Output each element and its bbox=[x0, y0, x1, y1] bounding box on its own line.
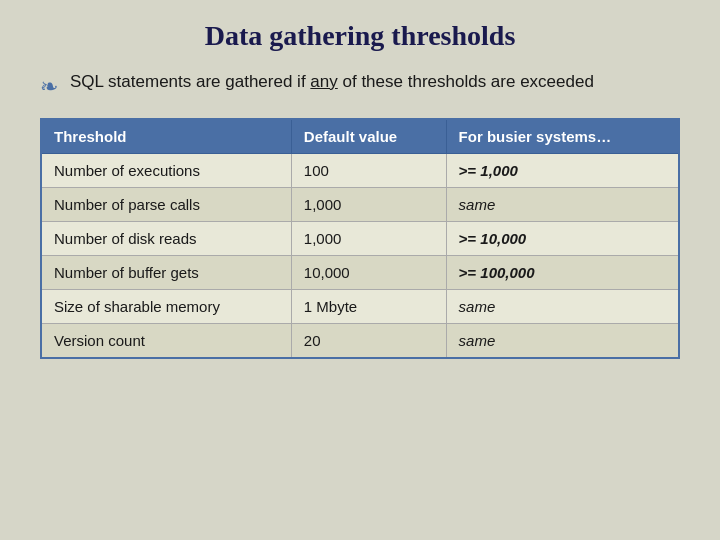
cell-threshold: Number of disk reads bbox=[41, 222, 291, 256]
page-container: Data gathering thresholds ❧ SQL statemen… bbox=[0, 0, 720, 540]
table-header: Threshold Default value For busier syste… bbox=[41, 119, 679, 154]
cell-default: 1,000 bbox=[291, 188, 446, 222]
cell-threshold: Number of executions bbox=[41, 154, 291, 188]
table-row: Number of parse calls1,000same bbox=[41, 188, 679, 222]
cell-default: 1,000 bbox=[291, 222, 446, 256]
table-row: Size of sharable memory1 Mbytesame bbox=[41, 290, 679, 324]
cell-threshold: Size of sharable memory bbox=[41, 290, 291, 324]
col-header-default: Default value bbox=[291, 119, 446, 154]
cell-default: 10,000 bbox=[291, 256, 446, 290]
bullet-icon: ❧ bbox=[40, 74, 58, 100]
page-title: Data gathering thresholds bbox=[40, 20, 680, 52]
table-row: Number of disk reads1,000>= 10,000 bbox=[41, 222, 679, 256]
table-row: Version count20same bbox=[41, 324, 679, 359]
cell-threshold: Number of buffer gets bbox=[41, 256, 291, 290]
cell-busier: >= 1,000 bbox=[446, 154, 679, 188]
intro-row: ❧ SQL statements are gathered if any of … bbox=[40, 70, 680, 100]
cell-default: 100 bbox=[291, 154, 446, 188]
cell-busier: same bbox=[446, 188, 679, 222]
intro-text: SQL statements are gathered if any of th… bbox=[70, 70, 594, 94]
cell-threshold: Number of parse calls bbox=[41, 188, 291, 222]
col-header-busier: For busier systems… bbox=[446, 119, 679, 154]
thresholds-table: Threshold Default value For busier syste… bbox=[40, 118, 680, 359]
cell-default: 1 Mbyte bbox=[291, 290, 446, 324]
table-row: Number of executions100>= 1,000 bbox=[41, 154, 679, 188]
cell-busier: same bbox=[446, 324, 679, 359]
cell-default: 20 bbox=[291, 324, 446, 359]
cell-busier: >= 10,000 bbox=[446, 222, 679, 256]
table-body: Number of executions100>= 1,000Number of… bbox=[41, 154, 679, 359]
cell-threshold: Version count bbox=[41, 324, 291, 359]
table-row: Number of buffer gets10,000>= 100,000 bbox=[41, 256, 679, 290]
cell-busier: same bbox=[446, 290, 679, 324]
col-header-threshold: Threshold bbox=[41, 119, 291, 154]
cell-busier: >= 100,000 bbox=[446, 256, 679, 290]
